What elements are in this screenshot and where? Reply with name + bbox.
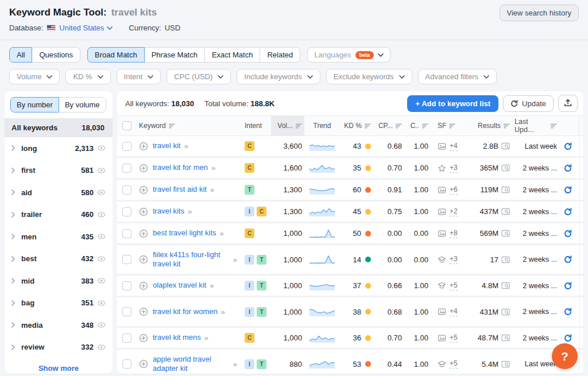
column-header-c[interactable]: C..: [404, 116, 431, 135]
tab-exact-match[interactable]: Exact Match: [204, 47, 261, 63]
expand-keyword-icon[interactable]: »: [210, 185, 214, 194]
row-checkbox[interactable]: [122, 207, 131, 216]
sidebar-item-best[interactable]: best432: [5, 248, 113, 270]
row-checkbox[interactable]: [122, 229, 131, 238]
expand-keyword-icon[interactable]: »: [211, 164, 215, 172]
plus-circle-icon[interactable]: [139, 229, 148, 238]
serp-icon[interactable]: [501, 164, 510, 172]
column-header-keyword[interactable]: Keyword: [137, 116, 239, 135]
serp-features-more[interactable]: +2: [450, 207, 458, 216]
row-checkbox[interactable]: [122, 142, 131, 151]
tab-related[interactable]: Related: [260, 47, 300, 63]
keyword-link[interactable]: best travel light kits: [153, 228, 216, 238]
tab-all[interactable]: All: [9, 47, 32, 63]
sidebar-item-first[interactable]: first581: [5, 160, 113, 182]
serp-features-more[interactable]: +5: [450, 281, 458, 290]
eye-icon[interactable]: [97, 233, 106, 240]
tab-phrase-match[interactable]: Phrase Match: [144, 47, 205, 63]
eye-icon[interactable]: [97, 189, 106, 196]
sidebar-item-review[interactable]: review332: [5, 336, 113, 359]
serp-icon[interactable]: [501, 256, 510, 263]
scrollbar-gutter[interactable]: [579, 223, 583, 243]
plus-circle-icon[interactable]: [139, 359, 148, 369]
scrollbar-gutter[interactable]: [579, 201, 583, 222]
expand-keyword-icon[interactable]: »: [221, 308, 225, 316]
sidebar-item-aid[interactable]: aid580: [5, 181, 113, 204]
filter-cpc-usd-[interactable]: CPC (USD): [167, 69, 231, 84]
eye-icon[interactable]: [97, 167, 106, 174]
row-checkbox[interactable]: [122, 255, 131, 264]
serp-features-more[interactable]: +4: [450, 142, 458, 151]
serp-features-more[interactable]: +8: [450, 229, 458, 238]
keyword-link[interactable]: olaplex travel kit: [153, 281, 206, 290]
serp-icon[interactable]: [501, 208, 510, 215]
serp-icon[interactable]: [501, 334, 510, 342]
keyword-link[interactable]: travel kit mens: [153, 333, 201, 342]
keyword-link[interactable]: travel kit for men: [153, 163, 208, 172]
refresh-icon[interactable]: [564, 186, 572, 194]
scrollbar-gutter[interactable]: [579, 350, 583, 374]
row-checkbox[interactable]: [122, 307, 131, 316]
keyword-link[interactable]: travel kit: [153, 141, 180, 150]
column-header-results[interactable]: Results: [466, 116, 512, 135]
by-volume-toggle[interactable]: By volume: [59, 97, 106, 113]
scrollbar-gutter[interactable]: [579, 245, 583, 274]
expand-keyword-icon[interactable]: »: [184, 142, 187, 150]
serp-icon[interactable]: [501, 282, 510, 289]
all-keywords-group[interactable]: All keywords 18,030: [5, 118, 113, 137]
scrollbar-gutter[interactable]: [579, 136, 583, 156]
view-search-history-button[interactable]: View search history: [500, 5, 579, 21]
sidebar-item-long[interactable]: long2,313: [5, 137, 113, 160]
sidebar-item-bag[interactable]: bag351: [5, 292, 113, 315]
expand-keyword-icon[interactable]: »: [210, 281, 213, 290]
eye-icon[interactable]: [97, 145, 106, 152]
eye-icon[interactable]: [97, 255, 106, 262]
keyword-link[interactable]: travel first aid kit: [153, 185, 207, 194]
serp-icon[interactable]: [501, 308, 510, 316]
languages-dropdown[interactable]: Languages beta: [307, 47, 390, 63]
refresh-icon[interactable]: [564, 334, 572, 342]
refresh-icon[interactable]: [564, 255, 572, 263]
sidebar-item-men[interactable]: men435: [5, 226, 113, 248]
row-checkbox[interactable]: [122, 334, 131, 343]
refresh-icon[interactable]: [564, 208, 572, 216]
plus-circle-icon[interactable]: [139, 307, 148, 316]
filter-exclude-keywords[interactable]: Exclude keywords: [326, 69, 412, 84]
column-header-cp[interactable]: CP...: [373, 116, 404, 135]
filter-intent[interactable]: Intent: [117, 69, 161, 84]
refresh-icon[interactable]: [564, 142, 572, 150]
filter-kd-[interactable]: KD %: [65, 69, 110, 84]
keyword-link[interactable]: apple world travel adapter kit: [153, 355, 230, 374]
show-more-link[interactable]: Show more: [10, 358, 107, 374]
plus-circle-icon[interactable]: [139, 255, 148, 264]
expand-keyword-icon[interactable]: »: [188, 207, 191, 216]
column-header-last-upd[interactable]: Last Upd...: [512, 116, 559, 135]
refresh-icon[interactable]: [564, 308, 572, 316]
keyword-link[interactable]: travel kits: [153, 207, 184, 216]
scrollbar-gutter[interactable]: [579, 116, 583, 135]
expand-keyword-icon[interactable]: »: [233, 360, 237, 369]
serp-features-more[interactable]: +3: [450, 255, 458, 264]
row-checkbox[interactable]: [122, 359, 131, 369]
select-all-checkbox[interactable]: [122, 121, 131, 130]
eye-icon[interactable]: [97, 321, 106, 328]
plus-circle-icon[interactable]: [139, 185, 148, 195]
plus-circle-icon[interactable]: [139, 334, 148, 343]
column-header-sf[interactable]: SF: [431, 116, 466, 135]
eye-icon[interactable]: [97, 211, 106, 218]
by-number-toggle[interactable]: By number: [10, 97, 59, 113]
sidebar-item-trailer[interactable]: trailer460: [5, 204, 113, 226]
refresh-icon[interactable]: [564, 164, 572, 172]
refresh-icon[interactable]: [564, 282, 572, 290]
plus-circle-icon[interactable]: [139, 142, 148, 151]
add-to-keyword-list-button[interactable]: + Add to keyword list: [407, 95, 498, 112]
eye-icon[interactable]: [97, 300, 106, 307]
eye-icon[interactable]: [97, 344, 106, 351]
expand-keyword-icon[interactable]: »: [204, 334, 208, 342]
update-button[interactable]: Update: [503, 95, 554, 112]
eye-icon[interactable]: [97, 277, 106, 284]
expand-keyword-icon[interactable]: »: [220, 229, 223, 238]
serp-icon[interactable]: [501, 142, 510, 150]
plus-circle-icon[interactable]: [139, 281, 148, 290]
tab-questions[interactable]: Questions: [32, 47, 80, 63]
